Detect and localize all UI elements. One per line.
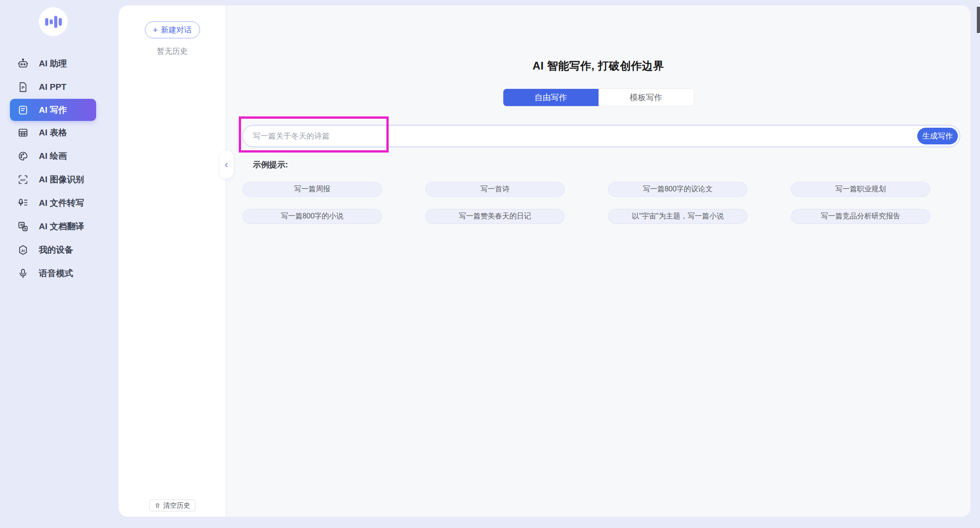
history-panel: + 新建对话 暂无历史 清空历史 [119,5,226,517]
sidebar-item-ai-ppt[interactable]: P AI PPT [10,75,96,99]
microphone-icon [17,268,29,279]
prompt-input[interactable] [242,125,960,147]
sidebar-item-ai-document-translation[interactable]: 中 A AI 文档翻译 [10,215,96,238]
sidebar-item-label: AI 文档翻译 [39,221,84,232]
sidebar-item-ai-writing[interactable]: AI 写作 [10,99,96,121]
waveform-logo-icon [44,14,62,30]
example-chip[interactable]: 写一篇竞品分析研究报告 [791,209,930,224]
clear-history-button[interactable]: 清空历史 [149,500,195,511]
ai-writing-app: AI 助理 P AI PPT [0,0,980,528]
example-chip[interactable]: 以"宇宙"为主题，写一篇小说 [608,209,748,224]
sidebar: AI 助理 P AI PPT [0,0,119,528]
writing-document-icon [17,104,29,116]
sidebar-item-ai-painting[interactable]: AI 绘画 [10,144,96,168]
new-chat-button[interactable]: + 新建对话 [145,21,200,38]
svg-text:ocr: ocr [20,178,26,182]
example-chip[interactable]: 写一篇800字的小说 [242,209,382,224]
chevron-left-icon: ‹ [225,159,228,171]
page-title: AI 智能写作, 打破创作边界 [226,59,971,73]
sidebar-nav: AI 助理 P AI PPT [0,52,119,285]
sidebar-item-ai-table[interactable]: AI 表格 [10,121,96,144]
content-area: + 新建对话 暂无历史 清空历史 ‹ AI 智能写作, 打破创作边界 自由写作 … [119,5,971,517]
sidebar-item-label: AI PPT [39,82,66,92]
example-chip[interactable]: 写一首诗 [425,182,565,197]
table-icon [17,127,29,139]
new-chat-label: 新建对话 [161,25,192,35]
sidebar-item-label: 我的设备 [39,244,73,256]
sidebar-item-my-devices[interactable]: AI 我的设备 [10,238,96,262]
collapse-panel-button[interactable]: ‹ [219,151,233,179]
example-chip[interactable]: 写一篇赞美春天的日记 [425,209,565,224]
generate-button[interactable]: 生成写作 [917,128,958,144]
sidebar-item-label: AI 图像识别 [39,174,84,185]
prompt-input-row: 生成写作 [242,125,960,147]
mic-file-icon [17,197,29,209]
sidebar-item-voice-mode[interactable]: 语音模式 [10,262,96,285]
trash-icon [154,502,161,509]
sidebar-item-label: 语音模式 [39,268,73,279]
scrollbar-thumb[interactable] [977,7,980,33]
clear-history-label: 清空历史 [163,501,190,510]
examples-label: 示例提示: [253,159,971,170]
app-logo [39,7,68,36]
tab-template-writing[interactable]: 模板写作 [599,89,694,106]
main-panel: AI 智能写作, 打破创作边界 自由写作 模板写作 生成写作 示例提示: 写一篇… [226,5,971,517]
example-chip[interactable]: 写一篇职业规划 [791,182,930,197]
svg-text:AI: AI [21,249,25,253]
robot-icon [17,58,29,69]
sidebar-item-label: AI 写作 [39,104,67,116]
example-chip[interactable]: 写一篇800字的议论文 [608,182,748,197]
ppt-document-icon: P [17,81,29,93]
sidebar-item-label: AI 绘画 [39,150,67,162]
ocr-scan-icon: ocr [17,174,29,185]
tab-free-writing[interactable]: 自由写作 [503,89,599,106]
sidebar-item-ai-file-transcription[interactable]: AI 文件转写 [10,191,96,215]
examples-grid: 写一篇周报 写一首诗 写一篇800字的议论文 写一篇职业规划 写一篇800字的小… [242,182,971,224]
sidebar-item-ai-image-recognition[interactable]: ocr AI 图像识别 [10,168,96,191]
svg-text:P: P [22,85,25,90]
translate-icon: 中 A [17,221,29,232]
sidebar-item-ai-assistant[interactable]: AI 助理 [10,52,96,75]
empty-history-text: 暂无历史 [119,46,226,56]
palette-icon [17,150,29,162]
sidebar-item-label: AI 助理 [39,58,67,69]
svg-text:A: A [24,227,27,231]
sidebar-item-label: AI 表格 [39,127,67,139]
device-ai-icon: AI [17,244,29,256]
plus-icon: + [153,26,158,34]
sidebar-item-label: AI 文件转写 [39,197,84,209]
writing-mode-tabs: 自由写作 模板写作 [503,88,694,107]
example-chip[interactable]: 写一篇周报 [242,182,382,197]
